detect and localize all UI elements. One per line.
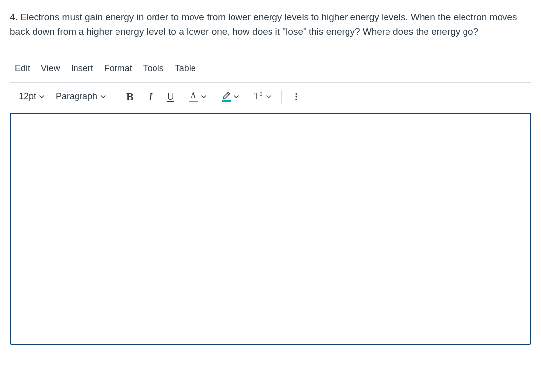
italic-icon: I bbox=[149, 88, 152, 105]
menu-edit[interactable]: Edit bbox=[15, 62, 30, 76]
text-color-dropdown[interactable]: A bbox=[185, 88, 211, 106]
rich-text-editor: Edit View Insert Format Tools Table 12pt… bbox=[10, 58, 531, 349]
menu-table[interactable]: Table bbox=[175, 62, 196, 76]
bold-button[interactable]: B bbox=[122, 88, 138, 106]
chevron-down-icon bbox=[100, 94, 106, 100]
block-format-dropdown[interactable]: Paragraph bbox=[52, 88, 110, 106]
vertical-dots-icon bbox=[292, 92, 301, 101]
superscript-icon: T2 bbox=[254, 90, 263, 104]
highlight-icon bbox=[222, 91, 231, 102]
toolbar-divider bbox=[116, 90, 116, 104]
text-color-icon: A bbox=[189, 91, 198, 102]
underline-icon: U bbox=[167, 89, 174, 104]
highlight-color-dropdown[interactable] bbox=[218, 88, 243, 106]
underline-button[interactable]: U bbox=[163, 88, 178, 106]
more-options-button[interactable] bbox=[288, 88, 305, 106]
menu-insert[interactable]: Insert bbox=[71, 62, 93, 76]
text-style-group: B I U A bbox=[122, 88, 275, 106]
question-text: 4. Electrons must gain energy in order t… bbox=[10, 10, 531, 39]
answer-textarea[interactable] bbox=[10, 113, 531, 345]
italic-button[interactable]: I bbox=[145, 88, 156, 106]
block-format-value: Paragraph bbox=[56, 90, 97, 104]
editor-toolbar: 12pt Paragraph B I U A bbox=[10, 83, 531, 111]
superscript-dropdown[interactable]: T2 bbox=[250, 88, 275, 106]
menu-view[interactable]: View bbox=[41, 62, 60, 76]
highlight-color-underline bbox=[222, 100, 231, 102]
chevron-down-icon bbox=[201, 94, 207, 100]
toolbar-divider bbox=[281, 90, 282, 104]
chevron-down-icon bbox=[233, 94, 239, 100]
bold-icon: B bbox=[126, 88, 134, 105]
svg-point-2 bbox=[295, 99, 297, 100]
chevron-down-icon bbox=[39, 94, 45, 100]
font-size-value: 12pt bbox=[19, 90, 36, 104]
editor-menubar: Edit View Insert Format Tools Table bbox=[10, 58, 531, 83]
menu-format[interactable]: Format bbox=[104, 62, 132, 76]
menu-tools[interactable]: Tools bbox=[143, 62, 164, 76]
svg-point-0 bbox=[295, 93, 297, 95]
font-size-dropdown[interactable]: 12pt bbox=[15, 88, 49, 106]
chevron-down-icon bbox=[266, 94, 271, 100]
svg-point-1 bbox=[295, 96, 297, 97]
text-color-underline bbox=[189, 101, 198, 102]
